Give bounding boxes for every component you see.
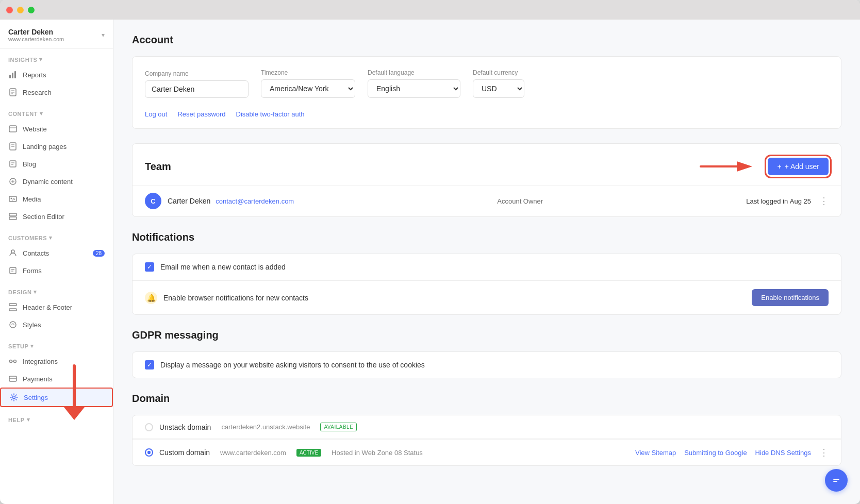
app-layout: Carter Deken www.carterdeken.com ▾ INSIG… [0,20,860,504]
add-user-button[interactable]: + + Add user [768,158,829,175]
sidebar-item-reports[interactable]: Reports [0,66,113,83]
sidebar-item-media[interactable]: Media [0,190,113,208]
sidebar-item-label: Payments [23,375,53,383]
timezone-select[interactable]: America/New York America/Los_Angeles Eur… [261,79,355,98]
domain-hosted-text: Hosted in Web Zone 08 Status [332,449,423,457]
email-notif-checkbox[interactable] [145,262,154,272]
chevron-icon: ▾ [40,110,43,117]
payments-icon [8,374,18,383]
maximize-button[interactable] [28,7,35,13]
view-sitemap-link[interactable]: View Sitemap [635,449,676,457]
sidebar-item-label: Website [23,125,47,133]
svg-marker-33 [737,161,752,172]
domain-more-menu[interactable]: ⋮ [819,447,829,458]
sidebar-section-help: HELP ▾ [0,409,113,428]
custom-domain-radio[interactable] [145,448,153,457]
language-label: Default language [368,69,460,76]
sidebar-item-styles[interactable]: Styles [0,316,113,333]
submitting-google-link[interactable]: Submitting to Google [684,449,747,457]
unstack-domain-label: Unstack domain [159,423,211,431]
svg-point-20 [11,250,14,253]
chat-bubble-button[interactable] [825,469,848,492]
sidebar-item-research[interactable]: Research [0,83,113,101]
language-select[interactable]: English French Spanish German [368,79,460,98]
sidebar-item-settings[interactable]: Settings [0,388,113,407]
add-user-label: + Add user [785,162,819,171]
email-notif-text: Email me when a new contact is added [160,263,286,271]
unstack-domain-radio[interactable] [145,423,153,431]
sidebar-item-landing-pages[interactable]: Landing pages [0,138,113,155]
browser-notif-text: Enable browser notifications for new con… [163,294,308,302]
sidebar-item-header-footer[interactable]: Header & Footer [0,298,113,316]
sidebar-item-forms[interactable]: Forms [0,262,113,279]
minimize-button[interactable] [17,7,24,13]
sidebar-item-payments[interactable]: Payments [0,370,113,388]
brand-info: Carter Deken www.carterdeken.com [8,28,64,42]
research-icon [8,88,18,97]
svg-rect-12 [10,161,16,167]
team-card: Team + + Add user [132,143,841,217]
sidebar-item-label: Reports [23,71,46,79]
sidebar-brand[interactable]: Carter Deken www.carterdeken.com ▾ [0,20,113,49]
gdpr-checkbox[interactable] [145,360,154,369]
notif-browser-row: 🔔 Enable browser notifications for new c… [133,280,841,314]
sidebar-item-label: Header & Footer [23,304,72,311]
sidebar-item-label: Styles [23,321,41,329]
sidebar-item-section-editor[interactable]: Section Editor [0,208,113,225]
team-section-title: Team [145,161,171,173]
dynamic-icon [8,177,18,186]
close-button[interactable] [6,7,13,13]
team-header: Team + + Add user [133,144,841,185]
member-name: Carter Deken [168,197,210,205]
svg-rect-19 [9,217,16,220]
company-name-label: Company name [145,70,249,77]
sidebar-section-content-title[interactable]: CONTENT ▾ [0,108,113,120]
red-arrow-annotation [696,156,757,177]
avatar: C [145,193,161,209]
member-role: Account Owner [497,197,543,205]
sidebar-item-label: Contacts [23,249,49,257]
sidebar-item-blog[interactable]: Blog [0,155,113,173]
sidebar-section-customers-title[interactable]: CUSTOMERS ▾ [0,232,113,244]
content-area: Account Company name Timezone America/Ne… [113,20,860,495]
sidebar-section-help-title[interactable]: HELP ▾ [0,414,113,426]
chevron-icon: ▾ [34,289,37,295]
active-badge: ACTIVE [296,449,321,457]
sidebar-section-insights: INSIGHTS ▾ Reports Research [0,49,113,103]
chevron-icon: ▾ [27,416,30,423]
notif-email-row: Email me when a new contact is added [133,254,841,280]
main-content: Account Company name Timezone America/Ne… [113,20,860,504]
currency-label: Default currency [473,69,524,76]
svg-rect-30 [9,376,16,381]
sidebar-item-label: Landing pages [23,143,67,150]
sidebar-item-label: Settings [24,394,48,401]
account-card: Company name Timezone America/New York A… [132,56,841,129]
sidebar-item-contacts[interactable]: Contacts 28 [0,244,113,262]
currency-select[interactable]: USD EUR GBP CAD [473,79,524,98]
sidebar-item-dynamic-content[interactable]: Dynamic content [0,173,113,190]
enable-notifications-button[interactable]: Enable notifications [752,289,829,306]
account-section-title: Account [132,34,841,46]
account-links: Log out Reset password Disable two-facto… [133,110,841,128]
disable-2fa-link[interactable]: Disable two-factor auth [236,110,305,118]
chevron-icon: ▾ [39,56,43,63]
sidebar-section-setup-title[interactable]: SETUP ▾ [0,341,113,352]
sidebar-item-website[interactable]: Website [0,120,113,138]
chevron-icon: ▾ [30,343,34,349]
company-name-input[interactable] [145,80,249,98]
member-more-menu[interactable]: ⋮ [819,195,829,207]
website-icon [8,124,18,133]
sidebar-section-design-title[interactable]: DESIGN ▾ [0,287,113,298]
landing-icon [8,142,18,151]
sidebar-section-content: CONTENT ▾ Website Landing pages [0,103,113,227]
svg-rect-16 [9,196,16,201]
logout-link[interactable]: Log out [145,110,167,118]
sidebar-section-insights-title[interactable]: INSIGHTS ▾ [0,54,113,66]
team-header-right: + + Add user [696,156,829,177]
member-email[interactable]: contact@carterdeken.com [216,197,294,205]
chevron-icon: ▾ [49,234,53,241]
sidebar-section-setup: SETUP ▾ Integrations Payments [0,335,113,409]
reset-password-link[interactable]: Reset password [177,110,225,118]
sidebar-item-integrations[interactable]: Integrations [0,352,113,370]
hide-dns-link[interactable]: Hide DNS Settings [755,449,811,457]
